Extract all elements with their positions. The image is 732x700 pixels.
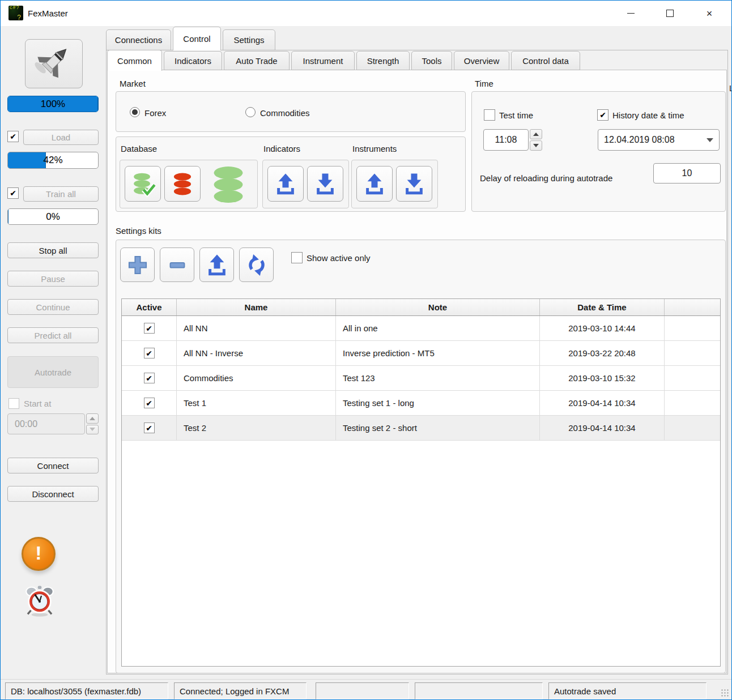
database-panel [120,160,258,208]
status-autotrade: Autotrade saved [548,682,707,699]
forex-radio[interactable] [130,107,140,117]
delay-input[interactable]: 10 [653,163,721,183]
arrow-up-icon [90,417,95,420]
start-at-checkbox[interactable] [8,398,19,409]
refresh-kits-button[interactable] [239,247,274,282]
predict-all-button[interactable]: Predict all [7,327,99,343]
spin-down-button[interactable] [86,425,99,435]
commodities-radio[interactable] [245,107,256,117]
row-name: All NN [177,316,336,340]
add-kit-button[interactable] [120,247,155,282]
column-header-active[interactable]: Active [122,299,177,315]
instruments-panel [351,160,438,208]
subtab-strength[interactable]: Strength [356,51,410,70]
spin-down-button[interactable] [530,140,542,151]
indicators-upload-button[interactable] [267,166,304,202]
load-checkbox[interactable] [7,131,19,142]
sidebar: 100% Load 42% Train all 0% Stop all Paus… [5,32,104,675]
row-datetime: 2019-04-14 10:34 [540,416,665,440]
table-row[interactable]: All NN - Inverse Inverse prediction - MT… [122,341,720,366]
arrow-down-icon [533,144,539,147]
row-active-checkbox[interactable] [144,348,155,358]
show-active-only-checkbox[interactable] [291,252,303,263]
row-note: Testing set 2 - short [336,416,540,440]
kits-table: Active Name Note Date & Time All NN All … [121,298,721,667]
train-progress-label: 0% [8,209,98,224]
history-datetime-value: 12.04.2019 08:08 [604,135,675,145]
upload-kit-button[interactable] [199,247,234,282]
settings-kits-label: Settings kits [116,226,161,236]
rocket-button[interactable] [25,39,83,88]
database-check-button[interactable] [125,166,161,202]
load-progress-bar: 42% [7,152,99,169]
row-datetime: 2019-03-22 20:48 [540,341,665,365]
row-active-checkbox[interactable] [144,422,155,433]
column-header-name[interactable]: Name [177,299,336,315]
minus-icon [165,253,189,277]
refresh-icon [245,253,269,277]
subtab-tools[interactable]: Tools [411,51,452,70]
row-datetime: 2019-03-10 15:32 [540,366,665,390]
test-time-checkbox[interactable] [484,109,495,121]
table-row[interactable]: Commodities Test 123 2019-03-10 15:32 [122,366,720,391]
row-active-checkbox[interactable] [144,398,155,408]
connect-button[interactable]: Connect [7,458,99,473]
app-icon [8,6,23,20]
test-time-spinner[interactable]: 11:08 [483,129,542,151]
row-note: Test 123 [336,366,540,390]
subtab-control-data[interactable]: Control data [511,51,580,70]
table-header: Active Name Note Date & Time [122,299,720,316]
table-row[interactable]: Test 2 Testing set 2 - short 2019-04-14 … [122,416,720,441]
row-active-checkbox[interactable] [144,323,155,334]
minimize-button[interactable] [618,1,644,26]
tab-settings[interactable]: Settings [223,29,275,50]
subtab-overview[interactable]: Overview [454,51,509,70]
close-button[interactable]: × [696,1,722,26]
resize-grip-icon[interactable] [721,689,730,698]
rocket-icon [29,44,78,84]
tab-control[interactable]: Control [173,27,221,50]
row-active-checkbox[interactable] [144,373,155,383]
continue-button[interactable]: Continue [7,299,99,315]
stop-all-button[interactable]: Stop all [7,242,99,258]
total-progress-label: 100% [8,96,98,112]
autotrade-button[interactable]: Autotrade [7,356,99,388]
row-note: All in one [336,316,540,340]
upload-icon [205,253,229,278]
train-checkbox[interactable] [7,187,19,199]
subtab-instrument[interactable]: Instrument [291,51,355,70]
status-bar: DB: localhost/3055 (fexmaster.fdb) Conne… [1,679,731,700]
column-header-datetime[interactable]: Date & Time [540,299,665,315]
instruments-download-button[interactable] [396,166,432,202]
indicators-download-button[interactable] [307,166,343,202]
history-checkbox[interactable] [597,109,608,121]
start-time-spinner[interactable]: 00:00 [7,413,99,434]
status-empty-2 [415,682,543,699]
table-row[interactable]: Test 1 Testing set 1 - long 2019-04-14 1… [122,391,720,416]
minimize-icon [627,13,635,14]
subtab-indicators[interactable]: Indicators [164,51,222,70]
maximize-button[interactable] [657,1,683,26]
load-button[interactable]: Load [23,130,99,145]
row-note: Inverse prediction - MT5 [336,341,540,365]
disconnect-button[interactable]: Disconnect [7,486,99,502]
test-time-value: 11:08 [483,129,529,151]
database-red-button[interactable] [164,166,201,202]
remove-kit-button[interactable] [160,247,194,282]
subtab-common[interactable]: Common [107,50,162,71]
pause-button[interactable]: Pause [7,271,99,287]
spin-up-button[interactable] [86,413,99,424]
table-row[interactable]: All NN All in one 2019-03-10 14:44 [122,316,720,341]
table-body: All NN All in one 2019-03-10 14:44 All N… [122,316,720,441]
tab-connections[interactable]: Connections [106,29,171,50]
spin-up-button[interactable] [530,129,542,139]
train-progress-bar: 0% [7,208,99,225]
train-all-button[interactable]: Train all [23,186,99,202]
arrow-down-icon [90,428,95,431]
history-datetime-combo[interactable]: 12.04.2019 08:08 [598,129,720,151]
show-active-only-label: Show active only [307,253,371,263]
column-header-note[interactable]: Note [336,299,540,315]
subtab-auto-trade[interactable]: Auto Trade [224,51,290,70]
status-db: DB: localhost/3055 (fexmaster.fdb) [5,682,168,699]
instruments-upload-button[interactable] [356,166,393,202]
